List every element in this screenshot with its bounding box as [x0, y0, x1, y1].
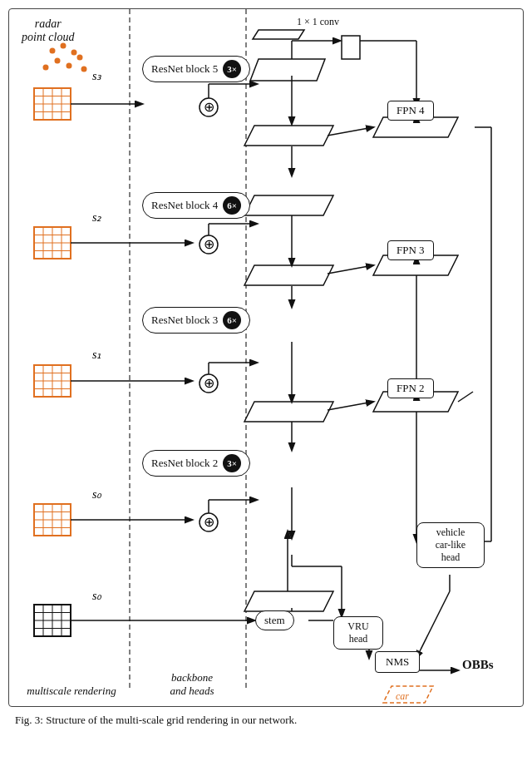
section-label-backbone: backboneand heads	[138, 671, 246, 698]
fpn-4-label: FPN 4	[397, 104, 425, 116]
svg-text:s₁: s₁	[92, 348, 101, 361]
stem-box: stem	[255, 610, 294, 630]
diagram-container: s₃ s₂	[8, 8, 524, 707]
svg-point-70	[200, 374, 218, 393]
page: s₃ s₂	[0, 0, 532, 761]
svg-marker-62	[244, 591, 333, 611]
car-dashed-shape: car	[375, 678, 441, 711]
stem-label: stem	[264, 614, 285, 626]
resnet-block-5-badge: 3×	[223, 60, 241, 78]
svg-line-88	[328, 265, 373, 274]
resnet-block-5-label: ResNet block 5	[151, 62, 218, 76]
svg-marker-116	[253, 30, 304, 39]
resnet-block-2-badge: 3×	[223, 454, 241, 472]
svg-marker-58	[244, 126, 333, 146]
svg-line-112	[458, 392, 473, 402]
svg-text:⊕: ⊕	[204, 376, 214, 390]
svg-marker-60	[244, 265, 333, 285]
svg-text:s₀: s₀	[92, 488, 102, 501]
svg-marker-61	[244, 402, 333, 422]
resnet-block-5: ResNet block 5 3×	[142, 56, 250, 82]
svg-text:⊕: ⊕	[204, 100, 214, 114]
vehicle-head-box: vehiclecar-likehead	[416, 522, 485, 568]
svg-point-68	[200, 235, 218, 254]
svg-point-9	[81, 67, 87, 72]
svg-marker-55	[250, 59, 325, 81]
resnet-block-2-label: ResNet block 2	[151, 457, 218, 470]
nms-label: NMS	[386, 655, 409, 668]
svg-text:⊕: ⊕	[204, 515, 214, 529]
vru-head-label: VRUhead	[347, 620, 368, 645]
svg-text:car: car	[396, 690, 409, 702]
fpn-3-label: FPN 3	[397, 244, 425, 256]
svg-text:s₀: s₀	[92, 590, 102, 602]
svg-rect-20	[34, 227, 71, 259]
svg-rect-56	[342, 36, 360, 59]
vru-head-box: VRUhead	[333, 616, 383, 650]
resnet-block-4: ResNet block 4 6×	[142, 192, 250, 219]
svg-point-2	[50, 48, 56, 54]
radar-label: radarpoint cloud	[22, 17, 74, 44]
fpn-2-box: FPN 2	[387, 378, 434, 398]
svg-point-4	[71, 50, 77, 56]
svg-text:s₃: s₃	[92, 70, 102, 82]
resnet-block-3-badge: 6×	[223, 311, 241, 329]
svg-point-72	[200, 513, 218, 531]
svg-point-5	[55, 58, 61, 64]
svg-rect-11	[34, 88, 71, 120]
caption: Fig. 3: Structure of the multi-scale gri…	[8, 712, 524, 729]
conv-label: 1 × 1 conv	[297, 16, 339, 28]
svg-line-94	[328, 402, 373, 410]
svg-rect-47	[34, 605, 71, 636]
svg-point-6	[66, 63, 72, 69]
svg-rect-29	[34, 365, 71, 397]
svg-point-66	[200, 98, 218, 116]
svg-text:s₂: s₂	[92, 211, 101, 224]
svg-line-82	[328, 127, 373, 136]
resnet-block-3-label: ResNet block 3	[151, 314, 218, 327]
svg-point-7	[77, 55, 83, 61]
resnet-block-4-badge: 6×	[223, 196, 241, 215]
section-label-multiscale: multiscale rendering	[22, 684, 121, 698]
nms-box: NMS	[375, 651, 420, 673]
resnet-block-3: ResNet block 3 6×	[142, 307, 250, 334]
svg-marker-57	[375, 77, 441, 99]
svg-point-8	[43, 65, 49, 71]
resnet-block-4-label: ResNet block 4	[151, 199, 218, 212]
svg-rect-38	[34, 504, 71, 536]
svg-marker-59	[244, 195, 333, 215]
obbs-label: OBBs	[462, 658, 494, 672]
fpn-2-label: FPN 2	[397, 382, 425, 394]
vehicle-head-label: vehiclecar-likehead	[436, 526, 466, 563]
diagram-svg: s₃ s₂	[9, 9, 525, 708]
resnet-block-2: ResNet block 2 3×	[142, 450, 250, 477]
fpn-3-box: FPN 3	[387, 240, 434, 260]
fpn-4-box: FPN 4	[387, 101, 434, 121]
svg-text:⊕: ⊕	[204, 237, 214, 251]
svg-line-108	[416, 591, 450, 658]
